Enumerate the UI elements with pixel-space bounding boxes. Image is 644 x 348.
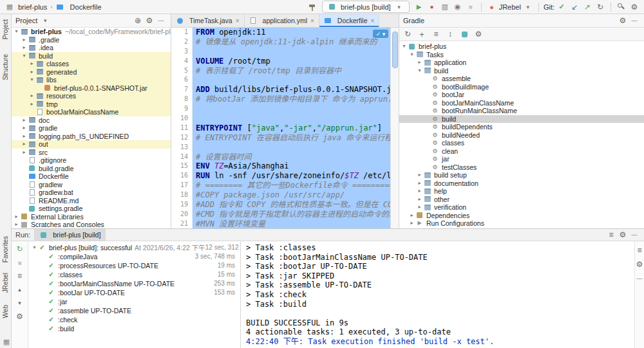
tree-item[interactable]: build [399,115,644,124]
code-line-text[interactable]: # 设置容器时间 [193,152,399,162]
tree-item[interactable]: ▸.idea [12,44,171,52]
plus-icon[interactable] [416,29,428,39]
tree-item[interactable]: ▸logging.path_IS_UNDEFINED [12,133,171,141]
filter-icon[interactable] [634,245,644,255]
code-line-text[interactable]: # ======== 其它的一些Dockerfile命令 ========== … [193,181,399,190]
build-task-row[interactable]: :compileJava3 sec, 748 ms [28,252,240,261]
build-task-row[interactable]: :build [28,324,240,333]
expand-arrow-icon[interactable]: ▸ [416,171,423,179]
code-line-text[interactable]: # 镜像是从 openjdk:11-jdk-alpin 继承而来的 [193,37,399,47]
tree-item[interactable]: ▸doc [12,116,171,125]
tree-item[interactable]: ▸Dependencies [399,212,644,220]
expand-arrow-icon[interactable]: ▸ [21,124,28,133]
up-icon[interactable] [14,284,26,295]
expand-arrow-icon[interactable]: ▸ [416,196,423,204]
line-number[interactable]: 9 [171,104,193,114]
code-line[interactable]: 17# ======== 其它的一些Dockerfile命令 =========… [171,181,399,190]
code-line[interactable]: 13 [171,143,399,152]
line-number[interactable]: 18 [171,190,193,200]
window-grid-icon[interactable] [4,2,15,12]
code-line[interactable]: 20#CMD 指令就是用于指定默认的容器主进程的启动命令的。 [171,210,399,219]
code-line-text[interactable]: FROM openjdk:11 [193,28,399,37]
build-task-row[interactable]: :jar [28,297,240,306]
code-line-text[interactable]: ENV TZ=Asia/Shanghai [193,161,399,171]
expand-arrow-icon[interactable]: ▸ [21,44,28,52]
code-line[interactable]: 7ADD build/libs/brief-plus-0.0.1-SNAPSHO… [171,85,399,95]
tree-item[interactable]: assemble [399,75,644,83]
hammer-icon[interactable] [307,2,318,12]
code-line[interactable]: 21#MVN 没置环境变量 [171,219,399,229]
coverage-icon[interactable] [439,2,451,12]
line-number[interactable]: 12 [171,133,193,143]
arrow-dl-icon[interactable] [569,2,580,12]
tree-item[interactable]: ▾brief-plus [399,42,644,51]
code-line[interactable]: 16RUN ln -snf /usr/share/zoneinfo/$TZ /e… [171,171,399,181]
code-line-text[interactable]: ADD build/libs/brief-plus-0.0.1-SNAPSHOT… [193,85,399,95]
build-task-row[interactable]: :check [28,315,240,324]
tree-item[interactable]: ▸Run Configurations [399,219,644,228]
minus-icon[interactable] [629,15,640,26]
code-line[interactable]: 4VOLUME /root/tmp [171,57,399,66]
stripe-item-favorites[interactable]: Favorites [2,236,9,262]
tree-item[interactable]: ▸application [399,59,644,67]
filter-icon[interactable] [430,29,442,39]
code-line[interactable]: 18#COPY package.json /usr/src/app/ [171,190,399,200]
gear-icon[interactable] [629,2,640,12]
collapse-arrow-icon[interactable]: ▾ [21,52,28,60]
run-tab[interactable]: brief-plus [build] [34,229,106,241]
line-number[interactable]: 5 [171,66,193,76]
expand-arrow-icon[interactable]: ▸ [408,219,415,228]
stripe-item-project[interactable]: Project [2,19,9,39]
line-number[interactable]: 3 [171,47,193,57]
tree-item[interactable]: ▸verification [399,203,644,212]
tree-item[interactable]: Dockerfile [12,172,171,181]
tree-item[interactable]: settings.gradle [12,205,171,213]
refresh-icon[interactable] [402,29,413,39]
code-line-text[interactable]: VOLUME /root/tmp [193,57,399,66]
close-icon[interactable] [236,17,240,24]
code-line-text[interactable]: #MVN 没置环境变量 [193,219,399,229]
target-icon[interactable] [132,15,144,26]
tree-item[interactable]: ▾Tasks [399,51,644,59]
check-icon[interactable] [556,2,567,12]
line-number[interactable]: 8 [171,95,193,104]
collapse-arrow-icon[interactable]: ▾ [408,51,415,59]
code-line-text[interactable] [193,114,399,124]
code-line-text[interactable] [193,47,399,57]
collapse-arrow-icon[interactable]: ▾ [31,243,38,252]
rerun-icon[interactable] [14,244,26,254]
tree-item[interactable]: gradlew.bat [12,188,171,197]
line-number[interactable]: 15 [171,161,193,171]
line-number[interactable]: 17 [171,181,193,190]
build-console[interactable]: > Task :classes> Task :bootJarMainClassN… [241,241,634,348]
line-number[interactable]: 11 [171,124,193,133]
code-line-text[interactable]: ENTRYPOINT ["java","-jar","/apprun.jar"] [193,124,399,133]
line-number[interactable]: 14 [171,152,193,162]
inspections-widget[interactable] [373,30,388,38]
expand-arrow-icon[interactable]: ▸ [416,179,423,188]
code-line-text[interactable]: # ENTRYPOINT 在容器启动后执行 java 命令来运行程序 [193,133,399,143]
line-number[interactable]: 20 [171,210,193,219]
gear-icon[interactable] [473,29,484,39]
line-number[interactable]: 4 [171,57,193,66]
down-icon[interactable] [14,298,26,308]
expand-arrow-icon[interactable]: ▸ [28,68,35,77]
code-line[interactable]: 12# ENTRYPOINT 在容器启动后执行 java 命令来运行程序 [171,133,399,143]
tree-item[interactable]: testClasses [399,163,644,172]
breadcrumb-project[interactable]: brief-plus [18,3,47,11]
code-line-text[interactable]: RUN ln -snf /usr/share/zoneinfo/$TZ /etc… [193,171,399,181]
code-line[interactable]: 5# 表示挂载了 /root/tmp 目录到容器中 [171,66,399,76]
code-line[interactable]: 1FROM openjdk:11 [171,28,399,37]
expand-arrow-icon[interactable]: ▸ [13,221,20,228]
editor-tab-timetask-java[interactable]: TimeTask.java [171,14,245,27]
minus-icon[interactable] [634,273,644,284]
code-line[interactable]: 9 [171,104,399,114]
search-icon[interactable] [616,2,627,12]
tree-item[interactable]: ▾build [12,52,171,60]
tree-item[interactable]: ▸out [12,140,171,149]
tree-item[interactable]: jar [399,155,644,163]
tree-item[interactable]: ▸generated [12,68,171,77]
tree-item[interactable]: bootRunMainClassName [399,107,644,115]
expand-arrow-icon[interactable]: ▸ [416,187,423,196]
stripe-item-jrebel[interactable]: JRebel [2,273,9,293]
